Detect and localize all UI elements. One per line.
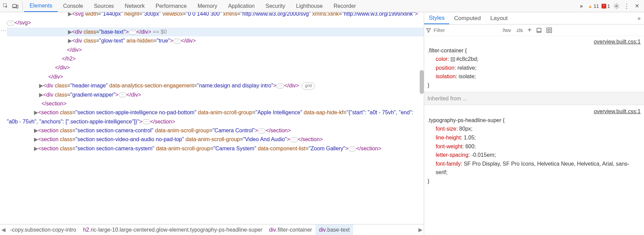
svg-rect-2 [17, 5, 18, 8]
tab-network[interactable]: Network [119, 0, 150, 12]
tab-lighthouse[interactable]: Lighthouse [291, 0, 328, 12]
expand-arrow-icon[interactable]: ▶ [68, 28, 72, 36]
svg-point-3 [616, 5, 617, 7]
svg-rect-6 [548, 29, 550, 31]
expand-arrow-icon[interactable]: ▶ [39, 90, 43, 99]
crumb-left-icon[interactable]: ◀ [0, 226, 7, 233]
box-model-icon[interactable] [545, 27, 554, 34]
styles-filter-input[interactable] [433, 27, 499, 34]
expand-arrow-icon[interactable]: ▶ [34, 135, 38, 144]
gutter-dots-icon[interactable]: ⋯ [1, 27, 6, 34]
dom-line[interactable]: </section> [7, 99, 424, 108]
tab-elements[interactable]: Elements [24, 0, 58, 12]
dom-line[interactable]: ▶<div class="base-text">⋯</div> == $0 [7, 28, 424, 36]
kebab-menu-icon[interactable]: ⋮ [623, 2, 630, 10]
styles-panel: StylesComputedLayout» :hov .cls + overvi… [424, 12, 644, 235]
dom-tree[interactable]: ▶<svg width="1440px" height="300px" view… [0, 12, 424, 224]
dom-line[interactable]: ▶<div class="glow-text" aria-hidden="tru… [7, 36, 424, 45]
tab-application[interactable]: Application [223, 0, 260, 12]
expand-arrow-icon[interactable]: ▶ [68, 36, 72, 45]
errors-count[interactable]: !1 [602, 3, 610, 9]
dom-line[interactable]: </div> [7, 72, 424, 81]
svg-rect-5 [547, 28, 552, 33]
elements-panel: ⋯ ▶<svg width="1440px" height="300px" vi… [0, 12, 424, 235]
device-toggle-icon[interactable] [12, 2, 19, 10]
dom-line[interactable]: ▶<section class="section section-camera-… [7, 126, 424, 135]
breadcrumb-item[interactable]: -copy.subsection-copy-intro [7, 224, 80, 235]
styles-rules[interactable]: overview.built.css:1.filter-container {c… [424, 36, 644, 235]
computed-toggle-icon[interactable] [535, 27, 543, 34]
expand-arrow-icon[interactable]: ▶ [34, 126, 38, 135]
hov-toggle[interactable]: :hov [500, 27, 512, 34]
inspect-icon[interactable] [2, 2, 10, 10]
svg-rect-4 [537, 28, 541, 32]
dom-line[interactable]: ▶<section class="section section-camera-… [7, 144, 424, 153]
breadcrumb-item[interactable]: div.base-text [315, 224, 353, 235]
dom-line[interactable]: ▶<div class="header-image" data-analytic… [7, 81, 424, 90]
expand-arrow-icon[interactable]: ▶ [34, 108, 38, 117]
tab-memory[interactable]: Memory [192, 0, 223, 12]
devtools-toolbar: ElementsConsoleSourcesNetworkPerformance… [0, 0, 644, 12]
filter-icon [426, 28, 431, 33]
scrollbar[interactable] [420, 12, 424, 235]
expand-arrow-icon[interactable]: ▶ [39, 81, 43, 90]
dom-line[interactable]: </div> [7, 46, 424, 54]
close-devtools-icon[interactable]: ✕ [633, 2, 641, 10]
dom-line[interactable]: ▶<section class="section section-apple-i… [7, 108, 424, 126]
expand-arrow-icon[interactable]: ▶ [68, 12, 72, 18]
source-link[interactable]: overview.built.css:1 [428, 37, 641, 46]
source-link[interactable]: overview.built.css:1 [428, 107, 641, 116]
more-tabs-icon[interactable]: » [578, 2, 585, 10]
tab-security[interactable]: Security [260, 0, 291, 12]
inherited-from: Inherited from ... [424, 92, 644, 105]
styles-toolbar: :hov .cls + [424, 24, 644, 36]
styles-tab-computed[interactable]: Computed [449, 12, 485, 24]
tab-console[interactable]: Console [58, 0, 89, 12]
styles-tab-layout[interactable]: Layout [486, 12, 512, 24]
dom-line[interactable]: </div> [7, 63, 424, 72]
styles-more-icon[interactable]: » [634, 15, 644, 21]
panel-tabs: ElementsConsoleSourcesNetworkPerformance… [24, 0, 578, 12]
dom-line[interactable]: ▶<section class="section section-video-a… [7, 135, 424, 144]
styles-tab-styles[interactable]: Styles [424, 12, 449, 24]
styles-tabs: StylesComputedLayout» [424, 12, 644, 24]
tab-recorder[interactable]: Recorder [328, 0, 362, 12]
breadcrumb-item[interactable]: div.filter-container [266, 224, 315, 235]
dom-line[interactable]: </h2> [7, 54, 424, 63]
expand-arrow-icon[interactable]: ▶ [34, 144, 38, 153]
settings-icon[interactable] [613, 2, 620, 10]
cls-toggle[interactable]: .cls [514, 27, 524, 34]
breadcrumb: ◀ -copy.subsection-copy-introh2.ric-larg… [0, 224, 424, 235]
warnings-count[interactable]: ▲11 [588, 3, 599, 9]
dom-line[interactable]: ▶<div class="gradient-wrapper">⋯</div> [7, 90, 424, 99]
tab-performance[interactable]: Performance [150, 0, 192, 12]
breadcrumb-item[interactable]: h2.ric-large-10.large-centered.glow-elem… [80, 224, 265, 235]
new-rule-icon[interactable]: + [526, 25, 533, 35]
svg-rect-1 [13, 4, 16, 7]
tab-sources[interactable]: Sources [88, 0, 119, 12]
dom-line[interactable]: ▶<svg width="1440px" height="300px" view… [7, 12, 424, 28]
